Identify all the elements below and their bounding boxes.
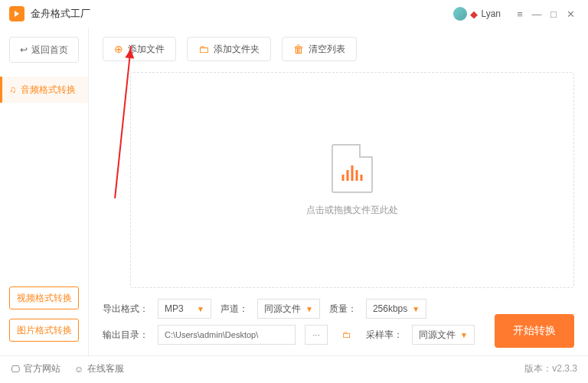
official-website-link[interactable]: 🖵 官方网站 xyxy=(11,362,60,375)
headset-icon: ☺ xyxy=(74,364,83,375)
online-support-link[interactable]: ☺ 在线客服 xyxy=(74,362,124,375)
start-convert-button[interactable]: 开始转换 xyxy=(495,314,574,348)
mode-image-label: 图片格式转换 xyxy=(17,324,72,337)
close-button[interactable]: ✕ xyxy=(562,5,579,22)
app-title: 金舟格式工厂 xyxy=(31,7,453,21)
output-dir-path: C:\Users\admin\Desktop\ xyxy=(158,325,296,345)
chevron-down-icon: ▼ xyxy=(412,305,420,313)
vip-gem-icon: ◆ xyxy=(470,8,478,20)
open-folder-button[interactable]: 🗀 xyxy=(337,325,357,345)
back-arrow-icon: ↩ xyxy=(20,44,28,55)
footer: 🖵 官方网站 ☺ 在线客服 版本：v2.3.3 xyxy=(0,355,588,381)
sample-rate-label: 采样率： xyxy=(366,329,403,342)
clear-list-button[interactable]: 🗑 清空列表 xyxy=(282,37,357,61)
sample-rate-select[interactable]: 同源文件 ▼ xyxy=(412,325,475,345)
channel-label: 声道： xyxy=(220,303,248,316)
clear-list-label: 清空列表 xyxy=(309,43,345,56)
maximize-button[interactable]: □ xyxy=(545,5,562,22)
music-note-icon: ♫ xyxy=(9,84,16,95)
toolbar: ⊕ 添加文件 🗀 添加文件夹 🗑 清空列表 xyxy=(103,37,574,61)
quality-select[interactable]: 256kbps ▼ xyxy=(366,299,426,319)
dropzone-hint: 点击或拖拽文件至此处 xyxy=(306,204,398,217)
add-file-label: 添加文件 xyxy=(128,43,165,56)
add-folder-button[interactable]: 🗀 添加文件夹 xyxy=(187,37,271,61)
titlebar: 金舟格式工厂 ◆ Lyan ≡ ― □ ✕ xyxy=(0,0,588,28)
back-label: 返回首页 xyxy=(31,44,68,57)
version-label: 版本：v2.3.3 xyxy=(524,362,577,375)
chevron-down-icon: ▼ xyxy=(197,305,204,313)
menu-button[interactable]: ≡ xyxy=(511,5,528,22)
main-panel: ⊕ 添加文件 🗀 添加文件夹 🗑 清空列表 点击或拖拽文件至此处 导出格式： xyxy=(89,28,588,355)
nav-audio-label: 音频格式转换 xyxy=(21,83,76,97)
username: Lyan xyxy=(481,8,501,19)
folder-icon: 🗀 xyxy=(198,43,209,55)
nav-audio-convert[interactable]: ♫ 音频格式转换 xyxy=(0,77,88,103)
app-logo-icon xyxy=(9,6,24,21)
mode-video-button[interactable]: 视频格式转换 xyxy=(9,286,79,309)
export-format-select[interactable]: MP3 ▼ xyxy=(158,299,211,319)
output-dir-label: 输出目录： xyxy=(103,329,149,342)
minimize-button[interactable]: ― xyxy=(528,5,545,22)
user-avatar-icon[interactable] xyxy=(453,7,467,21)
chevron-down-icon: ▼ xyxy=(460,331,468,339)
mode-video-label: 视频格式转换 xyxy=(17,292,72,305)
add-folder-label: 添加文件夹 xyxy=(214,43,260,56)
plus-circle-icon: ⊕ xyxy=(114,43,123,55)
file-dropzone[interactable]: 点击或拖拽文件至此处 xyxy=(130,72,574,288)
chevron-down-icon: ▼ xyxy=(305,305,313,313)
export-format-label: 导出格式： xyxy=(103,303,149,316)
browse-dir-button[interactable]: ··· xyxy=(305,325,328,345)
sidebar: ↩ 返回首页 ♫ 音频格式转换 视频格式转换 图片格式转换 xyxy=(0,28,89,355)
back-home-button[interactable]: ↩ 返回首页 xyxy=(9,37,79,63)
audio-file-icon xyxy=(332,144,373,193)
trash-icon: 🗑 xyxy=(293,43,304,55)
monitor-icon: 🖵 xyxy=(11,364,20,375)
channel-select[interactable]: 同源文件 ▼ xyxy=(257,299,320,319)
mode-image-button[interactable]: 图片格式转换 xyxy=(9,319,79,342)
add-file-button[interactable]: ⊕ 添加文件 xyxy=(103,37,176,61)
quality-label: 质量： xyxy=(329,303,357,316)
start-label: 开始转换 xyxy=(513,324,556,338)
